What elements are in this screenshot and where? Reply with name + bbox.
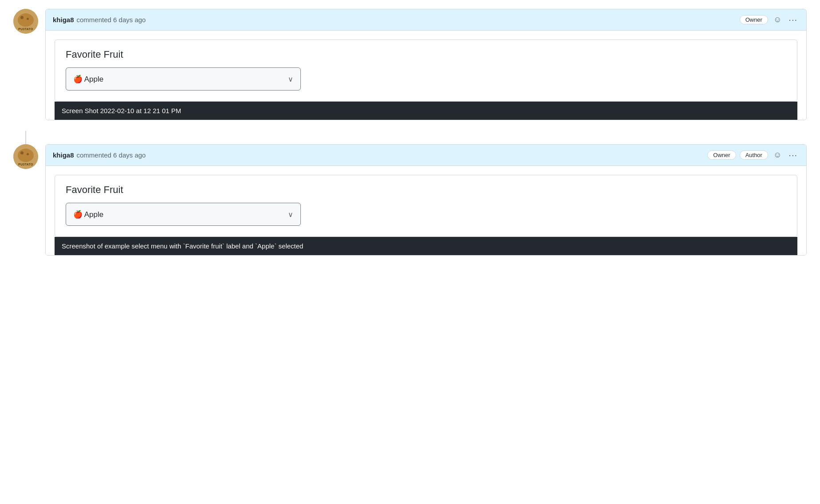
image-caption-2: Screenshot of example select menu with `… [55,237,797,255]
select-field-2[interactable]: 🍎 Apple ∨ [66,203,301,226]
form-title-1: Favorite Fruit [66,49,786,60]
comment-header-2: khiga8 commented 6 days ago Owner Author… [46,145,806,166]
avatar-label-1: PU3TATO [18,28,33,31]
comment-body-2: Favorite Fruit 🍎 Apple ∨ Screenshot of e… [46,166,806,255]
author-badge-2: Author [740,150,768,160]
emoji-reaction-button-1[interactable]: ☺ [772,14,783,25]
comment-block-2: PU3TATO khiga8 commented 6 days ago Owne… [13,144,807,256]
comment-container-1: khiga8 commented 6 days ago Owner ☺ ··· … [45,9,807,120]
timeline-line [25,131,26,144]
comment-block-1: PU3TATO khiga8 commented 6 days ago Owne… [13,9,807,120]
comment-author-1: khiga8 [53,16,74,24]
avatar-label-2: PU3TATO [18,163,33,166]
chevron-down-icon-1: ∨ [288,75,293,83]
owner-badge-1: Owner [740,15,768,24]
select-value-1: 🍎 Apple [73,75,103,84]
more-options-button-1[interactable]: ··· [787,14,799,26]
form-title-2: Favorite Fruit [66,184,786,196]
comment-header-1: khiga8 commented 6 days ago Owner ☺ ··· [46,9,806,31]
form-card-2: Favorite Fruit 🍎 Apple ∨ [55,175,797,237]
chevron-down-icon-2: ∨ [288,210,293,219]
avatar-1: PU3TATO [13,9,38,34]
timeline-spacer [13,131,807,144]
form-card-1: Favorite Fruit 🍎 Apple ∨ [55,39,797,102]
more-options-button-2[interactable]: ··· [787,149,799,161]
comment-header-right-1: Owner ☺ ··· [740,14,799,26]
image-caption-1: Screen Shot 2022-02-10 at 12 21 01 PM [55,102,797,120]
avatar-2: PU3TATO [13,144,38,169]
owner-badge-2: Owner [707,150,736,160]
comment-header-right-2: Owner Author ☺ ··· [707,149,799,161]
comment-header-left-2: khiga8 commented 6 days ago [53,151,146,159]
emoji-reaction-button-2[interactable]: ☺ [772,150,783,161]
select-field-1[interactable]: 🍎 Apple ∨ [66,67,301,91]
comment-container-2: khiga8 commented 6 days ago Owner Author… [45,144,807,256]
comment-body-1: Favorite Fruit 🍎 Apple ∨ Screen Shot 202… [46,31,806,120]
comment-header-left-1: khiga8 commented 6 days ago [53,16,146,24]
select-value-2: 🍎 Apple [73,210,103,219]
comment-author-2: khiga8 [53,151,74,159]
comment-time-2: commented 6 days ago [77,151,146,159]
comment-time-1: commented 6 days ago [77,16,146,24]
